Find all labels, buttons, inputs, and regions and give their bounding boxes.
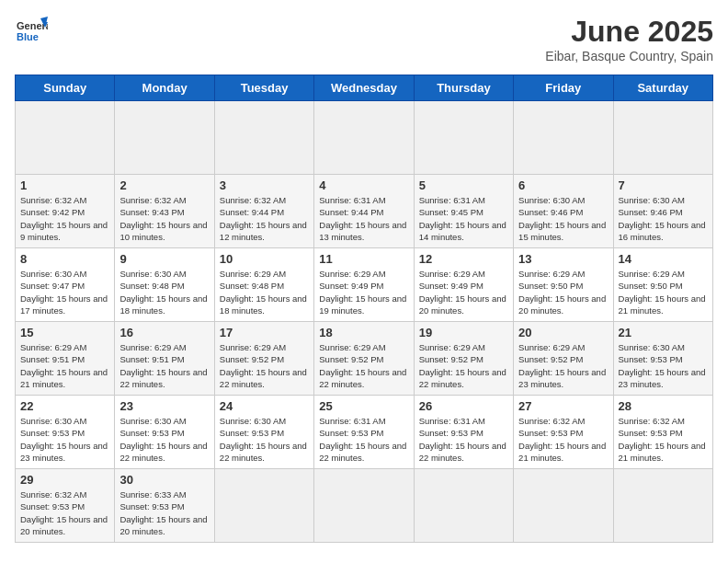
day-number: 10 xyxy=(220,252,309,266)
table-row: 18 Sunrise: 6:29 AMSunset: 9:52 PMDaylig… xyxy=(314,322,414,396)
day-number: 18 xyxy=(319,326,408,339)
day-number: 5 xyxy=(419,178,508,192)
day-info: Sunrise: 6:29 AMSunset: 9:52 PMDaylight:… xyxy=(518,341,608,390)
day-number: 23 xyxy=(119,399,209,413)
day-number: 13 xyxy=(518,252,608,266)
day-info: Sunrise: 6:29 AMSunset: 9:49 PMDaylight:… xyxy=(319,268,408,316)
day-info: Sunrise: 6:29 AMSunset: 9:51 PMDaylight:… xyxy=(20,341,109,390)
header-thursday: Thursday xyxy=(414,75,513,101)
table-row: 4 Sunrise: 6:31 AMSunset: 9:44 PMDayligh… xyxy=(314,175,414,248)
table-row xyxy=(613,469,712,543)
table-row: 21 Sunrise: 6:30 AMSunset: 9:53 PMDaylig… xyxy=(613,322,712,396)
table-row: 24 Sunrise: 6:30 AMSunset: 9:53 PMDaylig… xyxy=(214,396,313,469)
table-row: 26 Sunrise: 6:31 AMSunset: 9:53 PMDaylig… xyxy=(414,396,513,469)
calendar-week-row: 1 Sunrise: 6:32 AMSunset: 9:42 PMDayligh… xyxy=(16,175,713,248)
table-row: 15 Sunrise: 6:29 AMSunset: 9:51 PMDaylig… xyxy=(16,322,115,396)
table-row xyxy=(514,469,613,543)
table-row: 17 Sunrise: 6:29 AMSunset: 9:52 PMDaylig… xyxy=(214,322,313,396)
day-number: 17 xyxy=(220,326,309,339)
header-friday: Friday xyxy=(514,75,613,101)
calendar-week-row xyxy=(16,101,713,175)
day-info: Sunrise: 6:31 AMSunset: 9:53 PMDaylight:… xyxy=(319,415,408,464)
table-row: 8 Sunrise: 6:30 AMSunset: 9:47 PMDayligh… xyxy=(16,248,115,322)
table-row: 12 Sunrise: 6:29 AMSunset: 9:49 PMDaylig… xyxy=(414,248,513,322)
table-row: 6 Sunrise: 6:30 AMSunset: 9:46 PMDayligh… xyxy=(514,175,613,248)
calendar-title: June 2025 xyxy=(545,15,713,49)
day-info: Sunrise: 6:29 AMSunset: 9:51 PMDaylight:… xyxy=(119,341,209,390)
table-row xyxy=(16,101,115,175)
day-number: 28 xyxy=(619,399,708,413)
day-number: 2 xyxy=(119,178,209,192)
table-row: 2 Sunrise: 6:32 AMSunset: 9:43 PMDayligh… xyxy=(115,175,214,248)
table-row xyxy=(514,101,613,175)
table-row xyxy=(414,469,513,543)
calendar-table: Sunday Monday Tuesday Wednesday Thursday… xyxy=(15,75,713,543)
day-number: 9 xyxy=(119,252,209,266)
table-row: 22 Sunrise: 6:30 AMSunset: 9:53 PMDaylig… xyxy=(16,396,115,469)
table-row: 16 Sunrise: 6:29 AMSunset: 9:51 PMDaylig… xyxy=(115,322,214,396)
day-info: Sunrise: 6:31 AMSunset: 9:44 PMDaylight:… xyxy=(319,194,408,243)
day-info: Sunrise: 6:32 AMSunset: 9:53 PMDaylight:… xyxy=(518,415,608,464)
day-info: Sunrise: 6:30 AMSunset: 9:48 PMDaylight:… xyxy=(119,268,209,316)
day-info: Sunrise: 6:32 AMSunset: 9:42 PMDaylight:… xyxy=(20,194,109,243)
table-row: 5 Sunrise: 6:31 AMSunset: 9:45 PMDayligh… xyxy=(414,175,513,248)
day-info: Sunrise: 6:30 AMSunset: 9:53 PMDaylight:… xyxy=(619,341,708,390)
day-number: 24 xyxy=(220,399,309,413)
table-row xyxy=(314,469,414,543)
day-info: Sunrise: 6:32 AMSunset: 9:53 PMDaylight:… xyxy=(619,415,708,464)
table-row xyxy=(314,101,414,175)
day-info: Sunrise: 6:30 AMSunset: 9:46 PMDaylight:… xyxy=(619,194,708,243)
day-number: 21 xyxy=(619,326,708,339)
table-row: 30 Sunrise: 6:33 AMSunset: 9:53 PMDaylig… xyxy=(115,469,214,543)
logo: General Blue xyxy=(15,15,48,48)
day-info: Sunrise: 6:29 AMSunset: 9:50 PMDaylight:… xyxy=(619,268,708,316)
table-row: 13 Sunrise: 6:29 AMSunset: 9:50 PMDaylig… xyxy=(514,248,613,322)
day-info: Sunrise: 6:29 AMSunset: 9:52 PMDaylight:… xyxy=(319,341,408,390)
day-number: 16 xyxy=(119,326,209,339)
table-row: 27 Sunrise: 6:32 AMSunset: 9:53 PMDaylig… xyxy=(514,396,613,469)
table-row: 14 Sunrise: 6:29 AMSunset: 9:50 PMDaylig… xyxy=(613,248,712,322)
day-number: 1 xyxy=(20,178,109,192)
svg-text:Blue: Blue xyxy=(17,31,39,42)
calendar-subtitle: Eibar, Basque Country, Spain xyxy=(545,49,713,63)
day-info: Sunrise: 6:30 AMSunset: 9:53 PMDaylight:… xyxy=(220,415,309,464)
day-number: 6 xyxy=(518,178,608,192)
header-tuesday: Tuesday xyxy=(214,75,313,101)
title-area: June 2025 Eibar, Basque Country, Spain xyxy=(545,15,713,63)
logo-icon: General Blue xyxy=(15,15,48,48)
calendar-week-row: 22 Sunrise: 6:30 AMSunset: 9:53 PMDaylig… xyxy=(16,396,713,469)
table-row: 7 Sunrise: 6:30 AMSunset: 9:46 PMDayligh… xyxy=(613,175,712,248)
day-info: Sunrise: 6:33 AMSunset: 9:53 PMDaylight:… xyxy=(119,488,209,537)
table-row: 29 Sunrise: 6:32 AMSunset: 9:53 PMDaylig… xyxy=(16,469,115,543)
header-saturday: Saturday xyxy=(613,75,712,101)
day-info: Sunrise: 6:30 AMSunset: 9:53 PMDaylight:… xyxy=(20,415,109,464)
table-row xyxy=(214,101,313,175)
day-info: Sunrise: 6:32 AMSunset: 9:43 PMDaylight:… xyxy=(119,194,209,243)
table-row: 9 Sunrise: 6:30 AMSunset: 9:48 PMDayligh… xyxy=(115,248,214,322)
day-info: Sunrise: 6:29 AMSunset: 9:48 PMDaylight:… xyxy=(220,268,309,316)
table-row xyxy=(115,101,214,175)
table-row: 20 Sunrise: 6:29 AMSunset: 9:52 PMDaylig… xyxy=(514,322,613,396)
day-info: Sunrise: 6:29 AMSunset: 9:50 PMDaylight:… xyxy=(518,268,608,316)
day-number: 19 xyxy=(419,326,508,339)
table-row: 19 Sunrise: 6:29 AMSunset: 9:52 PMDaylig… xyxy=(414,322,513,396)
header-wednesday: Wednesday xyxy=(314,75,414,101)
day-number: 4 xyxy=(319,178,408,192)
weekday-header-row: Sunday Monday Tuesday Wednesday Thursday… xyxy=(16,75,713,101)
day-number: 20 xyxy=(518,326,608,339)
day-number: 29 xyxy=(20,473,109,487)
header-monday: Monday xyxy=(115,75,214,101)
calendar-week-row: 15 Sunrise: 6:29 AMSunset: 9:51 PMDaylig… xyxy=(16,322,713,396)
table-row xyxy=(414,101,513,175)
day-number: 22 xyxy=(20,399,109,413)
day-number: 8 xyxy=(20,252,109,266)
day-number: 15 xyxy=(20,326,109,339)
day-info: Sunrise: 6:30 AMSunset: 9:46 PMDaylight:… xyxy=(518,194,608,243)
table-row: 23 Sunrise: 6:30 AMSunset: 9:53 PMDaylig… xyxy=(115,396,214,469)
day-number: 26 xyxy=(419,399,508,413)
calendar-week-row: 29 Sunrise: 6:32 AMSunset: 9:53 PMDaylig… xyxy=(16,469,713,543)
header: General Blue June 2025 Eibar, Basque Cou… xyxy=(15,15,713,63)
table-row: 1 Sunrise: 6:32 AMSunset: 9:42 PMDayligh… xyxy=(16,175,115,248)
calendar-week-row: 8 Sunrise: 6:30 AMSunset: 9:47 PMDayligh… xyxy=(16,248,713,322)
table-row: 25 Sunrise: 6:31 AMSunset: 9:53 PMDaylig… xyxy=(314,396,414,469)
